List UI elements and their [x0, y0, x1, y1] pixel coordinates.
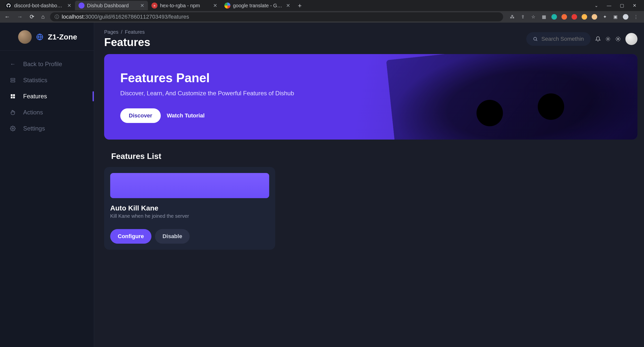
feature-card-image [110, 173, 269, 198]
sun-icon[interactable] [605, 36, 611, 42]
browser-tab[interactable]: discord-bot-dashboard-backe… ✕ [2, 1, 75, 10]
star-icon[interactable]: ☆ [530, 14, 536, 20]
svg-point-9 [607, 38, 609, 40]
window-controls: ⌄ — ▢ ✕ [594, 3, 642, 8]
svg-point-10 [617, 38, 619, 40]
home-button[interactable]: ⌂ [40, 14, 46, 20]
close-window-icon[interactable]: ✕ [633, 3, 636, 8]
maximize-icon[interactable]: ▢ [620, 3, 624, 8]
sidebar-item-label: Statistics [23, 77, 47, 84]
topbar: Pages / Features Features [104, 29, 637, 49]
banner-subtitle: Discover, Learn, And Customize the Power… [120, 90, 621, 97]
user-avatar[interactable] [625, 33, 637, 45]
arrow-left-icon: ← [10, 61, 16, 67]
tab-title: discord-bot-dashboard-backe… [14, 3, 65, 9]
sidebar-item-settings[interactable]: Settings [0, 120, 94, 137]
sidebar-item-label: Features [23, 93, 47, 100]
back-button[interactable]: ← [3, 14, 12, 20]
translate-icon[interactable]: ⁂ [509, 14, 515, 20]
tab-bar: discord-bot-dashboard-backe… ✕ Dishub Da… [0, 0, 644, 11]
discover-button[interactable]: Discover [120, 108, 161, 123]
sidebar-header: Z1-Zone [0, 23, 94, 51]
minimize-icon[interactable]: — [607, 3, 611, 8]
kebab-menu-icon[interactable]: ⋮ [633, 14, 639, 20]
svg-point-8 [534, 37, 537, 40]
search-icon [533, 36, 538, 41]
svg-rect-4 [13, 94, 15, 96]
banner-actions: Discover Watch Tutorial [120, 108, 621, 123]
browser-chrome: discord-bot-dashboard-backe… ✕ Dishub Da… [0, 0, 644, 23]
address-bar: ← → ⟳ ⌂ ⓘ localhost:3000/guild/616267860… [0, 11, 644, 23]
browser-tab[interactable]: Dishub Dashboard ✕ [75, 1, 148, 10]
disable-button[interactable]: Disable [155, 229, 190, 244]
url-input[interactable]: ⓘ localhost:3000/guild/61626786011270349… [50, 12, 503, 21]
configure-button[interactable]: Configure [110, 229, 151, 244]
sidebar-item-statistics[interactable]: Statistics [0, 72, 94, 88]
breadcrumb: Pages / Features [104, 29, 150, 35]
sidebar-item-back[interactable]: ← Back to Profile [0, 56, 94, 72]
banner-title: Features Panel [120, 71, 621, 85]
search-box[interactable] [526, 32, 591, 46]
sidebar-item-features[interactable]: Features [0, 88, 94, 104]
guild-name: Z1-Zone [48, 33, 77, 41]
gear-icon [10, 125, 16, 132]
profile-avatar-icon[interactable] [623, 14, 628, 20]
breadcrumb-separator: / [121, 29, 123, 35]
share-icon[interactable]: ⇪ [520, 14, 526, 20]
tab-title: google translate - Google Sear… [233, 3, 284, 9]
reload-button[interactable]: ⟳ [28, 14, 36, 20]
feature-cards: Auto Kill Kane Kill Kane when he joined … [104, 167, 637, 250]
page-title: Features [104, 36, 150, 49]
sidebar-item-label: Settings [23, 125, 45, 132]
chevron-down-icon[interactable]: ⌄ [594, 3, 598, 8]
svg-rect-6 [13, 97, 15, 98]
browser-tab[interactable]: n hex-to-rgba - npm ✕ [148, 1, 221, 10]
browser-tab[interactable]: google translate - Google Sear… ✕ [221, 1, 294, 10]
url-text: localhost:3000/guild/616267860112703493/… [62, 14, 189, 20]
sidebar-item-actions[interactable]: Actions [0, 104, 94, 120]
features-list-title: Features List [111, 152, 637, 161]
svg-rect-3 [11, 94, 13, 96]
breadcrumb-root[interactable]: Pages [104, 29, 118, 35]
topbar-right [526, 32, 637, 46]
globe-icon [36, 33, 44, 41]
forward-button[interactable]: → [16, 14, 24, 20]
grid-icon [10, 93, 16, 100]
close-icon[interactable]: ✕ [140, 3, 144, 9]
extension-icon[interactable] [592, 14, 597, 20]
guild-avatar[interactable] [18, 30, 32, 44]
extension-icon[interactable] [551, 14, 557, 20]
app-favicon-icon [78, 3, 85, 9]
stats-icon [10, 77, 16, 83]
close-icon[interactable]: ✕ [213, 3, 217, 9]
new-tab-button[interactable]: + [294, 2, 306, 10]
breadcrumb-area: Pages / Features Features [104, 29, 150, 49]
hand-icon [10, 109, 16, 116]
sidepanel-icon[interactable]: ▣ [612, 14, 618, 20]
tab-title: Dishub Dashboard [87, 3, 138, 9]
svg-rect-5 [11, 97, 13, 98]
feature-card-actions: Configure Disable [110, 229, 269, 244]
breadcrumb-leaf: Features [125, 29, 145, 35]
extension-icon[interactable] [561, 14, 567, 20]
close-icon[interactable]: ✕ [67, 3, 71, 9]
google-favicon-icon [224, 3, 230, 9]
extension-icon[interactable] [582, 14, 587, 20]
svg-rect-2 [11, 81, 15, 82]
toolbar-icons: ⁂ ⇪ ☆ ▦ ✦ ▣ ⋮ [507, 14, 641, 20]
extensions-icon[interactable]: ✦ [602, 14, 608, 20]
gear-icon[interactable] [615, 36, 621, 42]
bell-icon[interactable] [595, 36, 601, 42]
site-info-icon[interactable]: ⓘ [55, 14, 59, 20]
watch-tutorial-button[interactable]: Watch Tutorial [167, 112, 205, 119]
app-root: Z1-Zone ← Back to Profile Statistics Fea… [0, 23, 644, 347]
npm-favicon-icon: n [151, 3, 157, 9]
nav-items: ← Back to Profile Statistics Features A [0, 51, 94, 142]
feature-card: Auto Kill Kane Kill Kane when he joined … [104, 167, 275, 250]
close-icon[interactable]: ✕ [286, 3, 290, 9]
extension-icon[interactable] [572, 14, 577, 20]
main-content: Pages / Features Features [94, 23, 644, 347]
features-banner: Features Panel Discover, Learn, And Cust… [104, 54, 637, 140]
image-icon[interactable]: ▦ [541, 14, 547, 20]
search-input[interactable] [541, 36, 584, 42]
